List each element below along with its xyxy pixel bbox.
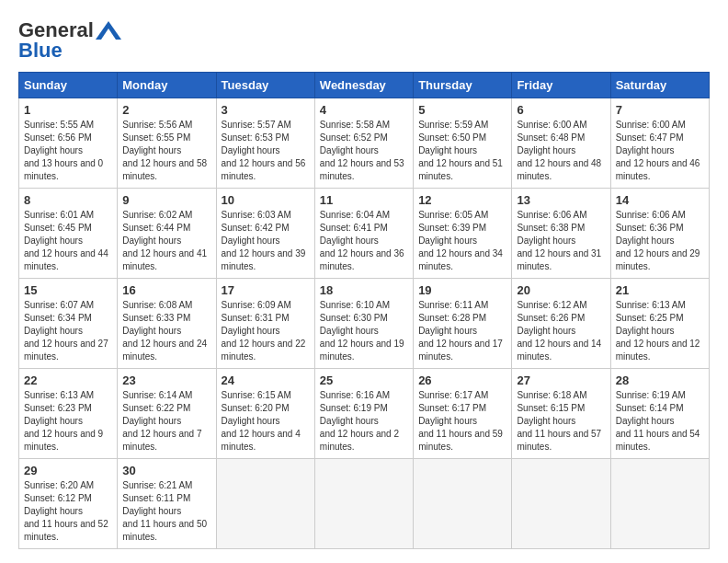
day-number: 28: [616, 373, 704, 387]
calendar-header-row: SundayMondayTuesdayWednesdayThursdayFrid…: [19, 73, 710, 98]
day-number: 5: [418, 103, 506, 117]
day-number: 4: [320, 103, 408, 117]
calendar-day-cell: 7 Sunrise: 6:00 AM Sunset: 6:47 PM Dayli…: [610, 98, 709, 189]
day-number: 10: [222, 193, 310, 207]
calendar-day-cell: 23 Sunrise: 6:14 AM Sunset: 6:22 PM Dayl…: [118, 369, 216, 459]
calendar-day-cell: 30 Sunrise: 6:21 AM Sunset: 6:11 PM Dayl…: [118, 459, 216, 549]
weekday-header: Tuesday: [216, 73, 314, 98]
day-info: Sunrise: 5:57 AM Sunset: 6:53 PM Dayligh…: [222, 119, 310, 183]
day-info: Sunrise: 6:19 AM Sunset: 6:14 PM Dayligh…: [616, 389, 704, 454]
weekday-header: Monday: [118, 73, 216, 98]
calendar-week-row: 15 Sunrise: 6:07 AM Sunset: 6:34 PM Dayl…: [19, 279, 710, 369]
day-number: 16: [122, 283, 210, 297]
calendar-day-cell: 27 Sunrise: 6:18 AM Sunset: 6:15 PM Dayl…: [512, 369, 610, 459]
day-info: Sunrise: 6:06 AM Sunset: 6:38 PM Dayligh…: [517, 209, 605, 273]
calendar-day-cell: 28 Sunrise: 6:19 AM Sunset: 6:14 PM Dayl…: [610, 369, 709, 459]
day-info: Sunrise: 6:09 AM Sunset: 6:31 PM Dayligh…: [222, 299, 310, 363]
day-info: Sunrise: 6:04 AM Sunset: 6:41 PM Dayligh…: [320, 209, 408, 273]
day-info: Sunrise: 6:12 AM Sunset: 6:26 PM Dayligh…: [517, 299, 605, 363]
day-number: 19: [418, 283, 506, 297]
calendar-day-cell: 9 Sunrise: 6:02 AM Sunset: 6:44 PM Dayli…: [118, 189, 216, 279]
day-info: Sunrise: 6:13 AM Sunset: 6:23 PM Dayligh…: [24, 389, 112, 454]
calendar-day-cell: 13 Sunrise: 6:06 AM Sunset: 6:38 PM Dayl…: [512, 189, 610, 279]
day-number: 9: [122, 193, 210, 207]
calendar-day-cell: 20 Sunrise: 6:12 AM Sunset: 6:26 PM Dayl…: [512, 279, 610, 369]
calendar-day-cell: [314, 459, 413, 549]
calendar-week-row: 29 Sunrise: 6:20 AM Sunset: 6:12 PM Dayl…: [19, 459, 710, 549]
day-number: 30: [122, 464, 210, 477]
calendar-day-cell: 1 Sunrise: 5:55 AM Sunset: 6:56 PM Dayli…: [19, 98, 118, 189]
day-info: Sunrise: 5:55 AM Sunset: 6:56 PM Dayligh…: [24, 119, 112, 183]
day-info: Sunrise: 6:00 AM Sunset: 6:47 PM Dayligh…: [616, 119, 704, 183]
day-number: 26: [418, 373, 506, 387]
calendar-day-cell: 2 Sunrise: 5:56 AM Sunset: 6:55 PM Dayli…: [118, 98, 216, 189]
day-info: Sunrise: 6:02 AM Sunset: 6:44 PM Dayligh…: [122, 209, 210, 273]
day-number: 15: [24, 283, 112, 297]
calendar-day-cell: 24 Sunrise: 6:15 AM Sunset: 6:20 PM Dayl…: [216, 369, 314, 459]
day-info: Sunrise: 6:15 AM Sunset: 6:20 PM Dayligh…: [222, 389, 310, 454]
calendar-day-cell: 11 Sunrise: 6:04 AM Sunset: 6:41 PM Dayl…: [314, 189, 413, 279]
weekday-header: Friday: [512, 73, 610, 98]
weekday-header: Sunday: [19, 73, 118, 98]
day-info: Sunrise: 6:06 AM Sunset: 6:36 PM Dayligh…: [616, 209, 704, 273]
calendar-week-row: 8 Sunrise: 6:01 AM Sunset: 6:45 PM Dayli…: [19, 189, 710, 279]
day-number: 17: [222, 283, 310, 297]
calendar-week-row: 1 Sunrise: 5:55 AM Sunset: 6:56 PM Dayli…: [19, 98, 710, 189]
calendar-day-cell: 21 Sunrise: 6:13 AM Sunset: 6:25 PM Dayl…: [610, 279, 709, 369]
day-number: 6: [517, 103, 605, 117]
calendar-day-cell: [216, 459, 314, 549]
calendar-day-cell: 18 Sunrise: 6:10 AM Sunset: 6:30 PM Dayl…: [314, 279, 413, 369]
weekday-header: Wednesday: [314, 73, 413, 98]
day-info: Sunrise: 6:18 AM Sunset: 6:15 PM Dayligh…: [517, 389, 605, 454]
day-number: 22: [24, 373, 112, 387]
calendar-day-cell: 4 Sunrise: 5:58 AM Sunset: 6:52 PM Dayli…: [314, 98, 413, 189]
calendar-day-cell: 8 Sunrise: 6:01 AM Sunset: 6:45 PM Dayli…: [19, 189, 118, 279]
day-info: Sunrise: 6:17 AM Sunset: 6:17 PM Dayligh…: [418, 389, 506, 454]
calendar-week-row: 22 Sunrise: 6:13 AM Sunset: 6:23 PM Dayl…: [19, 369, 710, 459]
logo-icon: [96, 21, 121, 40]
logo-blue-text: Blue: [18, 39, 63, 63]
calendar-day-cell: 29 Sunrise: 6:20 AM Sunset: 6:12 PM Dayl…: [19, 459, 118, 549]
day-number: 11: [320, 193, 408, 207]
calendar-table: SundayMondayTuesdayWednesdayThursdayFrid…: [18, 72, 710, 549]
day-info: Sunrise: 6:20 AM Sunset: 6:12 PM Dayligh…: [24, 479, 112, 544]
day-number: 25: [320, 373, 408, 387]
calendar-day-cell: 6 Sunrise: 6:00 AM Sunset: 6:48 PM Dayli…: [512, 98, 610, 189]
day-number: 1: [24, 103, 112, 117]
day-number: 2: [122, 103, 210, 117]
day-info: Sunrise: 6:01 AM Sunset: 6:45 PM Dayligh…: [24, 209, 112, 273]
calendar-day-cell: 25 Sunrise: 6:16 AM Sunset: 6:19 PM Dayl…: [314, 369, 413, 459]
day-info: Sunrise: 6:05 AM Sunset: 6:39 PM Dayligh…: [418, 209, 506, 273]
day-info: Sunrise: 6:11 AM Sunset: 6:28 PM Dayligh…: [418, 299, 506, 363]
day-info: Sunrise: 6:16 AM Sunset: 6:19 PM Dayligh…: [320, 389, 408, 454]
day-number: 8: [24, 193, 112, 207]
day-info: Sunrise: 6:13 AM Sunset: 6:25 PM Dayligh…: [616, 299, 704, 363]
day-info: Sunrise: 6:14 AM Sunset: 6:22 PM Dayligh…: [122, 389, 210, 454]
calendar-day-cell: 19 Sunrise: 6:11 AM Sunset: 6:28 PM Dayl…: [414, 279, 512, 369]
day-number: 24: [222, 373, 310, 387]
day-number: 23: [122, 373, 210, 387]
page-header: General Blue: [18, 18, 710, 63]
calendar-day-cell: 22 Sunrise: 6:13 AM Sunset: 6:23 PM Dayl…: [19, 369, 118, 459]
day-number: 14: [616, 193, 704, 207]
day-info: Sunrise: 6:03 AM Sunset: 6:42 PM Dayligh…: [222, 209, 310, 273]
day-info: Sunrise: 6:21 AM Sunset: 6:11 PM Dayligh…: [122, 479, 210, 544]
day-info: Sunrise: 6:10 AM Sunset: 6:30 PM Dayligh…: [320, 299, 408, 363]
day-info: Sunrise: 6:08 AM Sunset: 6:33 PM Dayligh…: [122, 299, 210, 363]
day-info: Sunrise: 6:07 AM Sunset: 6:34 PM Dayligh…: [24, 299, 112, 363]
day-number: 20: [517, 283, 605, 297]
day-number: 12: [418, 193, 506, 207]
calendar-day-cell: 26 Sunrise: 6:17 AM Sunset: 6:17 PM Dayl…: [414, 369, 512, 459]
day-number: 27: [517, 373, 605, 387]
day-info: Sunrise: 6:00 AM Sunset: 6:48 PM Dayligh…: [517, 119, 605, 183]
logo: General Blue: [18, 18, 121, 63]
calendar-day-cell: [512, 459, 610, 549]
weekday-header: Thursday: [414, 73, 512, 98]
calendar-day-cell: [610, 459, 709, 549]
day-info: Sunrise: 5:59 AM Sunset: 6:50 PM Dayligh…: [418, 119, 506, 183]
day-number: 18: [320, 283, 408, 297]
day-number: 29: [24, 464, 112, 477]
day-number: 13: [517, 193, 605, 207]
day-number: 7: [616, 103, 704, 117]
day-number: 21: [616, 283, 704, 297]
